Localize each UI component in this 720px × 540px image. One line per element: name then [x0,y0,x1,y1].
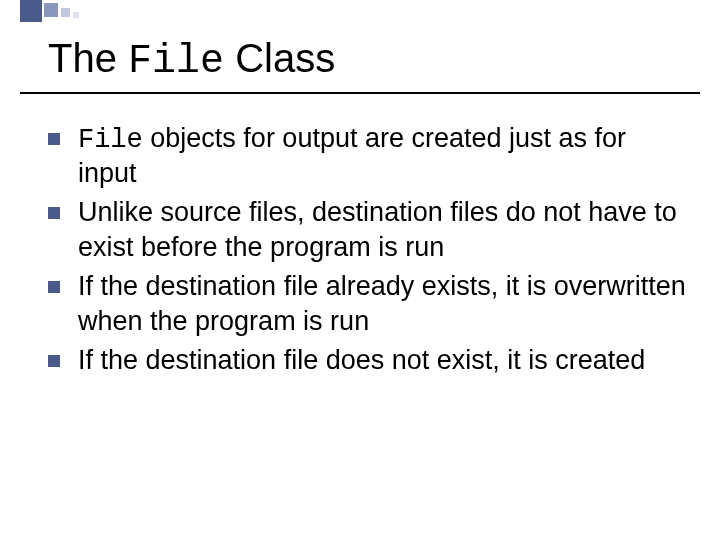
list-item: If the destination file does not exist, … [48,344,686,379]
bullet-list: File objects for output are created just… [48,122,686,379]
deco-square-large [20,0,42,22]
slide-title: The File Class [48,36,672,84]
deco-square-small [61,8,70,17]
list-item: File objects for output are created just… [48,122,686,190]
title-post: Class [224,36,335,80]
deco-square-tiny [73,12,79,18]
title-pre: The [48,36,128,80]
bullet-text: objects for output are created just as f… [78,123,626,188]
slide-corner-decoration [20,0,79,22]
deco-square-med [44,3,58,17]
list-item: If the destination file already exists, … [48,270,686,338]
slide-body: File objects for output are created just… [0,94,720,379]
list-item: Unlike source files, destination files d… [48,196,686,264]
title-code: File [128,39,224,84]
bullet-text: If the destination file already exists, … [78,271,686,336]
bullet-text: Unlike source files, destination files d… [78,197,677,262]
bullet-code: File [78,125,143,155]
title-container: The File Class [20,36,700,94]
bullet-text: If the destination file does not exist, … [78,345,645,375]
